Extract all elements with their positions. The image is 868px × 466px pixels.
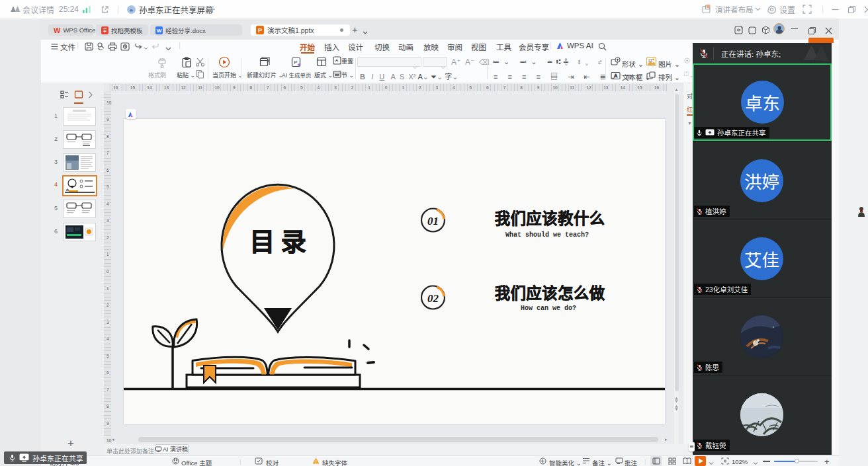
svg-text:A: A (614, 73, 617, 78)
svg-text:21: 21 (648, 58, 652, 62)
svg-text:我们应该教什么: 我们应该教什么 (495, 210, 605, 227)
svg-text:What should we teach?: What should we teach? (505, 231, 589, 239)
svg-text:02: 02 (427, 292, 439, 305)
svg-text:!: ! (316, 459, 317, 464)
svg-text:W: W (157, 28, 162, 34)
svg-text:How can we do?: How can we do? (521, 305, 576, 312)
svg-text:我们应该怎么做: 我们应该怎么做 (495, 284, 605, 302)
svg-text:目 录: 目 录 (249, 228, 306, 256)
svg-text:01: 01 (427, 215, 439, 227)
svg-text:P: P (294, 59, 297, 65)
svg-text:P: P (258, 27, 262, 34)
